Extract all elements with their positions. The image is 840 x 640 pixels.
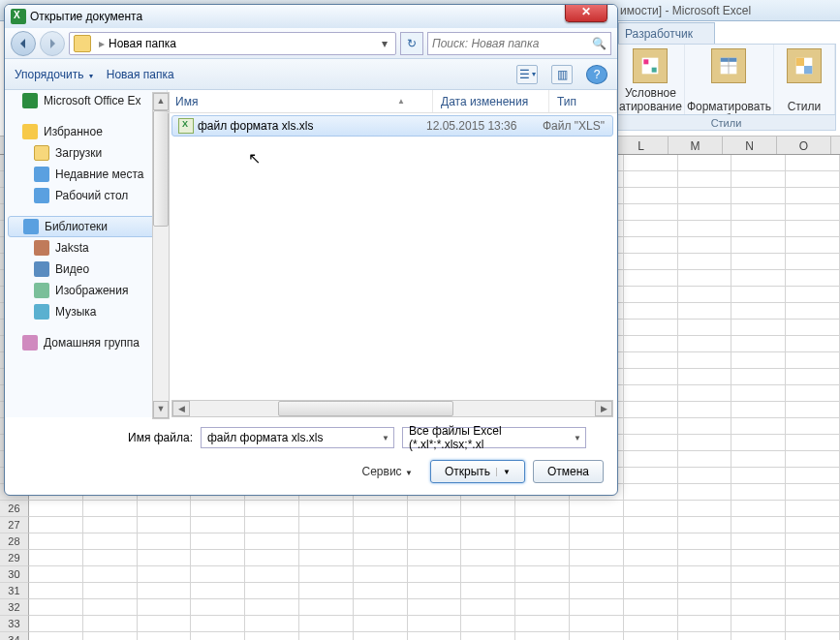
cell[interactable]	[678, 484, 732, 501]
search-input[interactable]	[432, 37, 592, 50]
ribbon-tab-developer[interactable]: Разработчик	[618, 22, 715, 44]
cell[interactable]	[678, 435, 732, 451]
tree-item-downloads[interactable]: Загрузки	[5, 142, 167, 164]
tree-item-images[interactable]: Изображения	[5, 280, 167, 301]
cell[interactable]	[29, 517, 83, 533]
cell[interactable]	[624, 632, 678, 640]
cell[interactable]	[786, 171, 840, 188]
cell[interactable]	[731, 632, 786, 640]
cell[interactable]	[29, 632, 83, 640]
cell[interactable]	[461, 550, 515, 566]
close-button[interactable]: ✕	[565, 4, 607, 22]
file-row[interactable]: файл формата xls.xls 12.05.2015 13:36 Фа…	[171, 115, 613, 137]
cell[interactable]	[408, 517, 462, 533]
cell[interactable]	[786, 616, 840, 632]
filename-combobox[interactable]: файл формата xls.xls▼	[201, 427, 394, 448]
cell[interactable]	[245, 632, 299, 640]
cell[interactable]	[786, 533, 840, 550]
tree-item-libraries[interactable]: Библиотеки	[8, 216, 164, 237]
cell[interactable]	[624, 270, 678, 287]
cell[interactable]	[678, 254, 732, 270]
cell[interactable]	[624, 369, 678, 385]
tree-item-music[interactable]: Музыка	[5, 301, 167, 322]
cell[interactable]	[570, 632, 624, 640]
cell[interactable]	[138, 599, 192, 616]
cell[interactable]	[786, 303, 840, 320]
cell[interactable]	[731, 320, 786, 336]
cell[interactable]	[678, 468, 732, 484]
row-header[interactable]: 30	[0, 566, 29, 583]
tree-item-desktop[interactable]: Рабочий стол	[5, 185, 167, 206]
cell[interactable]	[624, 550, 678, 566]
tree-item-recent[interactable]: Недавние места	[5, 164, 167, 185]
cell[interactable]	[408, 533, 462, 550]
tree-item-video[interactable]: Видео	[5, 259, 167, 280]
cell[interactable]	[786, 517, 840, 533]
cell[interactable]	[624, 336, 678, 352]
cell[interactable]	[624, 533, 678, 550]
cell[interactable]	[731, 352, 786, 369]
scroll-right-button[interactable]: ▶	[595, 401, 612, 416]
cell[interactable]	[624, 352, 678, 369]
cell[interactable]	[624, 517, 678, 533]
cell[interactable]	[461, 501, 515, 517]
tree-item-office[interactable]: Microsoft Office Ex	[5, 90, 167, 111]
col-header[interactable]: L	[614, 137, 669, 154]
cell[interactable]	[191, 550, 245, 566]
preview-pane-button[interactable]: ▥	[551, 65, 573, 84]
col-header[interactable]: O	[777, 137, 831, 154]
cell[interactable]	[461, 566, 515, 583]
cell[interactable]	[678, 155, 732, 171]
cell[interactable]	[678, 287, 732, 303]
cell[interactable]	[191, 517, 245, 533]
row-header[interactable]: 31	[0, 583, 29, 599]
cell[interactable]	[731, 550, 786, 566]
cell[interactable]	[786, 550, 840, 566]
cell[interactable]	[786, 320, 840, 336]
cell[interactable]	[786, 369, 840, 385]
file-list-scrollbar[interactable]: ◀ ▶	[171, 400, 613, 417]
tree-item-homegroup[interactable]: Домашняя группа	[5, 332, 167, 353]
cell[interactable]	[191, 533, 245, 550]
open-split-dropdown[interactable]: ▼	[496, 468, 511, 476]
cell[interactable]	[624, 566, 678, 583]
search-icon[interactable]: 🔍	[592, 37, 607, 50]
cell[interactable]	[786, 583, 840, 599]
cell[interactable]	[624, 171, 678, 188]
cell[interactable]	[354, 533, 408, 550]
cancel-button[interactable]: Отмена	[533, 460, 604, 483]
cell[interactable]	[678, 352, 732, 369]
cell[interactable]	[570, 566, 624, 583]
cell[interactable]	[191, 566, 245, 583]
cell[interactable]	[731, 533, 786, 550]
cell[interactable]	[461, 599, 515, 616]
col-date[interactable]: Дата изменения	[433, 90, 549, 112]
row-header[interactable]: 32	[0, 599, 29, 616]
refresh-button[interactable]: ↻	[400, 32, 423, 55]
breadcrumb-bar[interactable]: ▸ Новая папка ▾	[69, 32, 396, 55]
cell[interactable]	[245, 550, 299, 566]
help-button[interactable]: ?	[586, 65, 607, 84]
back-button[interactable]	[11, 31, 36, 56]
cell[interactable]	[408, 632, 462, 640]
scroll-thumb[interactable]	[153, 110, 169, 227]
cell[interactable]	[678, 171, 732, 188]
cell[interactable]	[461, 517, 515, 533]
cell[interactable]	[570, 599, 624, 616]
cell[interactable]	[786, 352, 840, 369]
cell[interactable]	[408, 550, 462, 566]
cell[interactable]	[191, 599, 245, 616]
cell[interactable]	[731, 336, 786, 352]
cell[interactable]	[624, 418, 678, 435]
cell[interactable]	[678, 204, 732, 221]
col-header[interactable]: M	[669, 137, 723, 154]
cell[interactable]	[624, 303, 678, 320]
cell[interactable]	[191, 616, 245, 632]
cell[interactable]	[678, 369, 732, 385]
cell[interactable]	[354, 517, 408, 533]
cell[interactable]	[624, 320, 678, 336]
cell[interactable]	[624, 468, 678, 484]
cell[interactable]	[731, 599, 786, 616]
cell[interactable]	[786, 632, 840, 640]
cell[interactable]	[461, 616, 515, 632]
